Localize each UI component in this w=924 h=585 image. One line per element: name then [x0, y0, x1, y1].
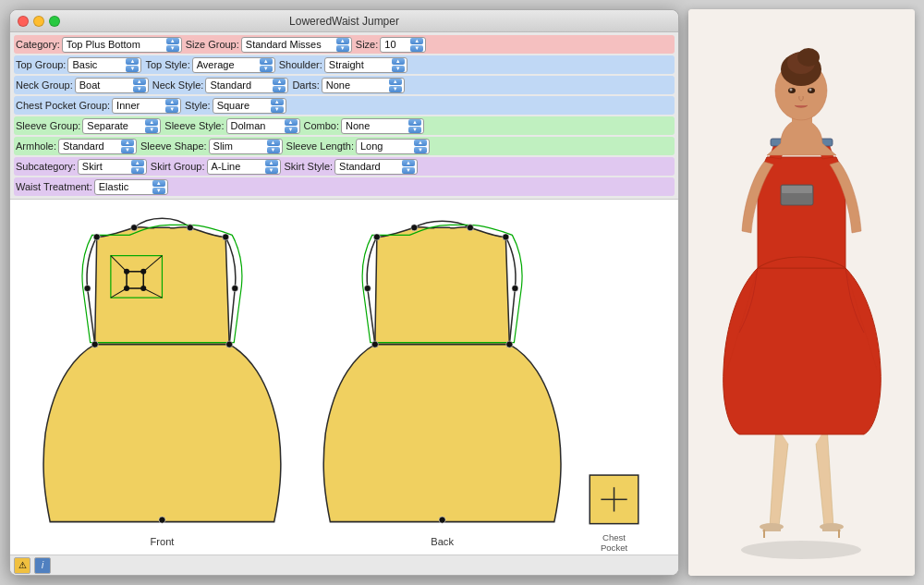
skirt-style-arrow[interactable]: ▲ ▼ — [402, 160, 415, 174]
waist-treatment-arrow[interactable]: ▲ ▼ — [152, 180, 165, 194]
sleeve-shape-arrow[interactable]: ▲ ▼ — [267, 140, 280, 153]
subcategory-select[interactable]: Skirt ▲ ▼ — [78, 159, 147, 175]
sleeve-shape-up[interactable]: ▲ — [267, 140, 280, 146]
darts-down[interactable]: ▼ — [389, 86, 402, 92]
armhole-down[interactable]: ▼ — [121, 147, 134, 153]
size-arrow[interactable]: ▲ ▼ — [410, 38, 423, 52]
svg-point-26 — [411, 225, 418, 231]
armhole-select[interactable]: Standard ▲ ▼ — [58, 139, 137, 154]
top-group-down[interactable]: ▼ — [126, 66, 139, 72]
combo-select[interactable]: None ▲ ▼ — [341, 118, 424, 134]
chest-pocket-up[interactable]: ▲ — [165, 99, 178, 105]
sleeve-style-arrow[interactable]: ▲ ▼ — [285, 119, 298, 133]
armhole-up[interactable]: ▲ — [121, 140, 134, 146]
chest-pocket-arrow[interactable]: ▲ ▼ — [165, 99, 178, 113]
svg-rect-50 — [782, 186, 812, 193]
combo-group: Combo: None ▲ ▼ — [304, 118, 425, 134]
neck-group-up[interactable]: ▲ — [133, 79, 146, 85]
size-up[interactable]: ▲ — [410, 38, 423, 44]
chest-pocket-down[interactable]: ▼ — [165, 106, 178, 113]
skirt-group-up[interactable]: ▲ — [265, 160, 278, 166]
subcategory-down[interactable]: ▼ — [131, 167, 144, 174]
shoulder-arrow[interactable]: ▲ ▼ — [392, 58, 405, 72]
top-group-up[interactable]: ▲ — [126, 58, 139, 65]
top-style-up[interactable]: ▲ — [260, 58, 273, 65]
neck-style-up[interactable]: ▲ — [273, 79, 286, 85]
sleeve-group-up[interactable]: ▲ — [145, 119, 158, 126]
top-style-arrow[interactable]: ▲ ▼ — [260, 58, 273, 72]
chest-pocket-select[interactable]: Inner ▲ ▼ — [112, 98, 181, 114]
category-up[interactable]: ▲ — [166, 38, 179, 44]
sleeve-group-select[interactable]: Separate ▲ ▼ — [82, 118, 161, 134]
skirt-group-arrow[interactable]: ▲ ▼ — [265, 160, 278, 174]
shoulder-select[interactable]: Straight ▲ ▼ — [324, 57, 407, 73]
svg-point-21 — [159, 517, 165, 523]
top-style-select[interactable]: Average ▲ ▼ — [192, 57, 275, 73]
sleeve-shape-down[interactable]: ▼ — [267, 147, 280, 153]
skirt-group-down[interactable]: ▼ — [265, 167, 278, 174]
sleeve-length-select[interactable]: Long ▲ ▼ — [356, 139, 430, 154]
top-style-down[interactable]: ▼ — [260, 66, 273, 72]
category-select[interactable]: Top Plus Bottom ▲ ▼ — [62, 37, 182, 53]
neck-style-select[interactable]: Standard ▲ ▼ — [205, 78, 288, 93]
minimize-button[interactable] — [33, 16, 44, 27]
info-icon[interactable]: i — [34, 557, 51, 574]
category-arrow[interactable]: ▲ ▼ — [166, 38, 179, 52]
sleeve-style-value: Dolman — [229, 120, 283, 131]
category-down[interactable]: ▼ — [166, 45, 179, 52]
subcategory-up[interactable]: ▲ — [131, 160, 144, 166]
close-button[interactable] — [18, 16, 29, 27]
combo-arrow[interactable]: ▲ ▼ — [408, 119, 421, 133]
neck-group-select[interactable]: Boat ▲ ▼ — [75, 78, 149, 93]
skirt-group-select[interactable]: A-Line ▲ ▼ — [207, 159, 281, 175]
sleeve-style-down[interactable]: ▼ — [285, 127, 298, 133]
size-group-select[interactable]: Standard Misses ▲ ▼ — [241, 37, 352, 53]
skirt-style-down[interactable]: ▼ — [402, 167, 415, 174]
svg-text:Chest: Chest — [602, 532, 626, 542]
pocket-style-arrow[interactable]: ▲ ▼ — [271, 99, 284, 113]
darts-select[interactable]: None ▲ ▼ — [322, 78, 405, 93]
outer-wrapper: LoweredWaist Jumper Category: Top Plus B… — [0, 0, 924, 585]
sleeve-group-arrow[interactable]: ▲ ▼ — [145, 119, 158, 133]
shoulder-up[interactable]: ▲ — [392, 58, 405, 65]
size-select[interactable]: 10 ▲ ▼ — [380, 37, 426, 53]
sleeve-length-up[interactable]: ▲ — [414, 140, 427, 146]
warning-icon[interactable]: ⚠ — [14, 557, 30, 574]
neck-group-down[interactable]: ▼ — [133, 86, 146, 92]
size-group-up[interactable]: ▲ — [336, 38, 349, 44]
darts-up[interactable]: ▲ — [389, 79, 402, 85]
skirt-style-select[interactable]: Standard ▲ ▼ — [334, 159, 418, 175]
darts-arrow[interactable]: ▲ ▼ — [389, 79, 402, 92]
neck-style-down[interactable]: ▼ — [273, 86, 286, 92]
sleeve-length-arrow[interactable]: ▲ ▼ — [414, 140, 427, 153]
pocket-style-select[interactable]: Square ▲ ▼ — [213, 98, 286, 114]
sleeve-style-select[interactable]: Dolman ▲ ▼ — [226, 118, 300, 134]
pocket-style-up[interactable]: ▲ — [271, 99, 284, 105]
top-group-select[interactable]: Basic ▲ ▼ — [67, 57, 141, 73]
waist-treatment-down[interactable]: ▼ — [152, 188, 165, 194]
svg-point-9 — [226, 341, 233, 347]
sleeve-shape-label: Sleeve Shape: — [140, 140, 207, 152]
maximize-button[interactable] — [49, 16, 60, 27]
neck-group-arrow[interactable]: ▲ ▼ — [133, 79, 146, 92]
armhole-arrow[interactable]: ▲ ▼ — [121, 140, 134, 153]
combo-up[interactable]: ▲ — [408, 119, 421, 126]
size-group-arrow[interactable]: ▲ ▼ — [336, 38, 349, 52]
sleeve-style-up[interactable]: ▲ — [285, 119, 298, 126]
sleeve-group-down[interactable]: ▼ — [145, 127, 158, 133]
size-down[interactable]: ▼ — [410, 45, 423, 52]
subcategory-arrow[interactable]: ▲ ▼ — [131, 160, 144, 174]
size-group-down[interactable]: ▼ — [336, 45, 349, 52]
skirt-style-up[interactable]: ▲ — [402, 160, 415, 166]
pattern-area: Front — [10, 199, 678, 555]
top-group-arrow[interactable]: ▲ ▼ — [126, 58, 139, 72]
waist-treatment-up[interactable]: ▲ — [152, 180, 165, 187]
armhole-group: Armhole: Standard ▲ ▼ — [16, 139, 137, 154]
shoulder-down[interactable]: ▼ — [392, 66, 405, 72]
sleeve-length-down[interactable]: ▼ — [414, 147, 427, 153]
pocket-style-down[interactable]: ▼ — [271, 106, 284, 113]
combo-down[interactable]: ▼ — [408, 127, 421, 133]
waist-treatment-select[interactable]: Elastic ▲ ▼ — [94, 179, 168, 195]
neck-style-arrow[interactable]: ▲ ▼ — [273, 79, 286, 92]
sleeve-shape-select[interactable]: Slim ▲ ▼ — [209, 139, 283, 154]
